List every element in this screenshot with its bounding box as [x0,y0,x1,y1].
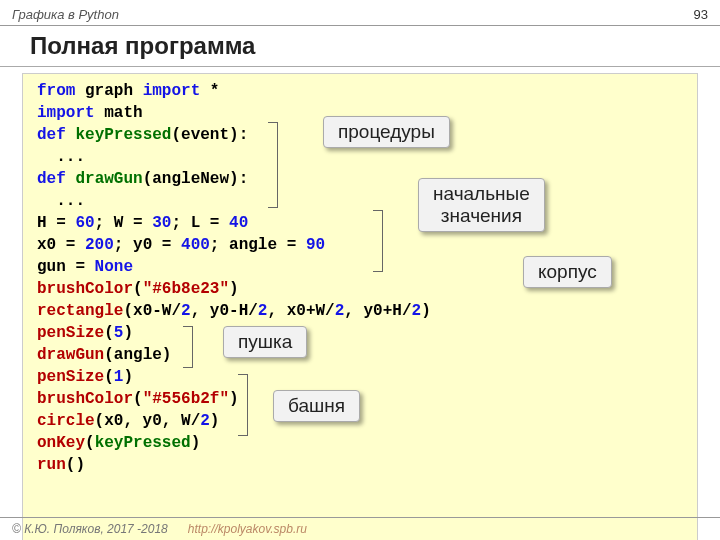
annot-cannon: пушка [223,326,307,358]
page-title: Полная программа [0,26,720,67]
page-number: 93 [694,7,708,22]
slide-footer: © К.Ю. Поляков, 2017 -2018 http://kpolya… [0,517,720,540]
slide-header: Графика в Python 93 [0,0,720,26]
bracket-procedures [268,122,278,208]
footer-url: http://kpolyakov.spb.ru [188,522,307,536]
copyright: © К.Ю. Поляков, 2017 -2018 [12,522,168,536]
bracket-cannon [183,326,193,368]
code-block: from graph import * import math def keyP… [22,73,698,540]
bracket-initial [373,210,383,272]
bracket-tower [238,374,248,436]
annot-procedures: процедуры [323,116,450,148]
annot-tower: башня [273,390,360,422]
annot-initial-values: начальные значения [418,178,545,232]
annot-hull: корпус [523,256,612,288]
subject-label: Графика в Python [12,7,119,22]
